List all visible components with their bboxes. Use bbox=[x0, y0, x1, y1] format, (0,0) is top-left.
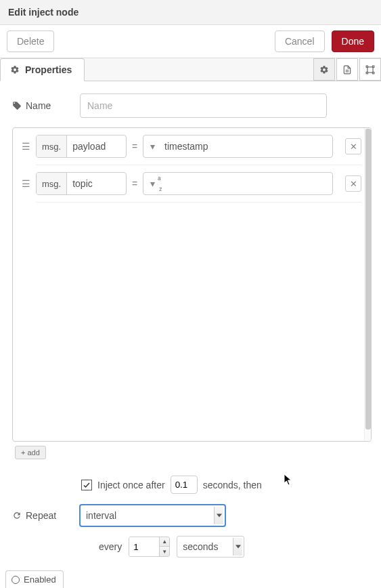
repeat-interval-row: every ▲ ▼ seconds bbox=[99, 536, 374, 558]
repeat-label-text: Repeat bbox=[26, 510, 56, 521]
plus-icon: + bbox=[21, 448, 25, 457]
caret-down-icon: ▾ bbox=[150, 141, 155, 152]
done-button[interactable]: Done bbox=[332, 30, 374, 52]
name-label-text: Name bbox=[26, 100, 51, 111]
close-icon: ✕ bbox=[350, 142, 357, 152]
svg-marker-8 bbox=[236, 545, 241, 549]
spinner-down-button[interactable]: ▼ bbox=[160, 547, 169, 556]
inject-once-row: Inject once after seconds, then bbox=[81, 476, 374, 494]
node-description-button[interactable] bbox=[336, 58, 358, 81]
type-label: timestamp bbox=[159, 141, 332, 152]
spinner-up-button[interactable]: ▲ bbox=[160, 537, 169, 547]
form-body: Name ☰ msg. payload = ▾ timestamp ✕ bbox=[0, 81, 381, 558]
appearance-icon bbox=[365, 65, 375, 75]
equals-sign: = bbox=[131, 141, 139, 152]
gear-icon bbox=[319, 65, 329, 75]
refresh-icon bbox=[12, 511, 22, 520]
tab-properties-label: Properties bbox=[25, 64, 72, 75]
node-appearance-button[interactable] bbox=[359, 58, 381, 81]
msg-field-value[interactable]: payload bbox=[67, 135, 111, 157]
check-icon bbox=[83, 481, 91, 489]
msg-prefix: msg. bbox=[37, 135, 67, 157]
tabs-row: Properties bbox=[0, 58, 381, 81]
button-row: Delete Cancel Done bbox=[0, 25, 381, 58]
svg-rect-4 bbox=[373, 66, 374, 67]
string-az-icon: a z bbox=[158, 175, 169, 191]
node-settings-button[interactable] bbox=[313, 58, 335, 81]
select-arrow-icon bbox=[233, 538, 242, 555]
remove-row-button[interactable]: ✕ bbox=[345, 138, 361, 154]
inject-once-label-before: Inject once after bbox=[97, 480, 165, 490]
property-row: ☰ msg. payload = ▾ timestamp ✕ bbox=[13, 128, 371, 162]
svg-rect-2 bbox=[367, 66, 373, 72]
inject-once-checkbox[interactable] bbox=[81, 480, 92, 490]
select-arrow-icon bbox=[214, 507, 223, 524]
gear-icon bbox=[10, 65, 20, 75]
remove-row-button[interactable]: ✕ bbox=[345, 175, 361, 192]
svg-rect-3 bbox=[366, 66, 367, 67]
close-icon: ✕ bbox=[350, 179, 357, 189]
every-label: every bbox=[99, 541, 122, 552]
repeat-mode-select[interactable]: interval bbox=[80, 505, 225, 526]
svg-rect-6 bbox=[373, 72, 374, 73]
value-type-box[interactable]: ▾ a z bbox=[143, 172, 333, 195]
type-dropdown-trigger[interactable]: ▾ a z bbox=[143, 173, 173, 194]
add-label: add bbox=[27, 448, 39, 457]
svg-marker-7 bbox=[217, 514, 222, 518]
name-input[interactable] bbox=[80, 93, 327, 118]
svg-rect-5 bbox=[366, 72, 367, 73]
inject-delay-input[interactable] bbox=[171, 476, 198, 494]
msg-field-value[interactable]: topic bbox=[67, 173, 98, 194]
toggle-ring-icon bbox=[12, 576, 20, 584]
properties-list: ☰ msg. payload = ▾ timestamp ✕ ☰ msg. to… bbox=[12, 127, 372, 442]
interval-value-input[interactable] bbox=[129, 537, 159, 556]
msg-prefix: msg. bbox=[37, 173, 67, 194]
enabled-toggle[interactable]: Enabled bbox=[5, 570, 64, 588]
name-label: Name bbox=[12, 100, 80, 111]
caret-down-icon: ▾ bbox=[150, 178, 155, 189]
interval-unit-value: seconds bbox=[183, 541, 218, 552]
msg-field-box[interactable]: msg. payload bbox=[36, 135, 127, 158]
drag-handle-icon[interactable]: ☰ bbox=[20, 141, 32, 152]
document-icon bbox=[342, 65, 352, 75]
value-type-box[interactable]: ▾ timestamp bbox=[143, 135, 333, 158]
dialog-title: Edit inject node bbox=[0, 0, 381, 25]
type-dropdown-trigger[interactable]: ▾ bbox=[143, 135, 159, 157]
repeat-mode-value: interval bbox=[86, 510, 116, 521]
enabled-label: Enabled bbox=[24, 574, 56, 585]
tag-icon bbox=[12, 101, 22, 110]
interval-value-spinner[interactable]: ▲ ▼ bbox=[129, 537, 170, 557]
cancel-button[interactable]: Cancel bbox=[275, 30, 325, 52]
add-property-button[interactable]: + add bbox=[15, 446, 46, 459]
property-row: ☰ msg. topic = ▾ a z ✕ bbox=[13, 165, 371, 199]
scrollbar[interactable] bbox=[364, 128, 371, 441]
equals-sign: = bbox=[131, 178, 139, 189]
repeat-label: Repeat bbox=[12, 510, 80, 521]
inject-once-label-after: seconds, then bbox=[203, 480, 262, 490]
interval-unit-select[interactable]: seconds bbox=[177, 536, 244, 558]
tab-properties[interactable]: Properties bbox=[0, 58, 85, 81]
msg-field-box[interactable]: msg. topic bbox=[36, 172, 127, 195]
delete-button[interactable]: Delete bbox=[7, 30, 54, 52]
drag-handle-icon[interactable]: ☰ bbox=[20, 178, 32, 189]
